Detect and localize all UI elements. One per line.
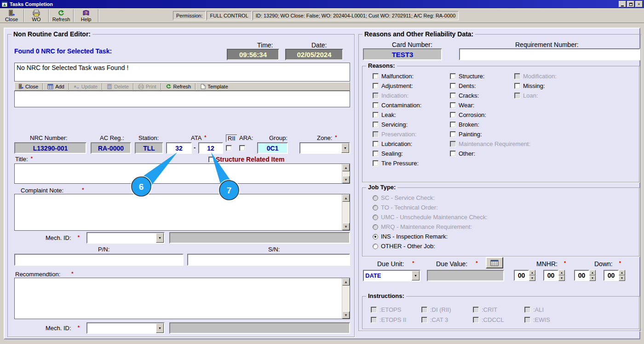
spin-up-icon[interactable]: ▲ <box>529 270 535 275</box>
title-scrollbar[interactable]: ▲ ▼ <box>342 164 350 183</box>
reason-checkbox[interactable] <box>450 112 456 118</box>
job-type-radio-selected[interactable] <box>373 234 378 239</box>
reason-checkbox[interactable] <box>373 122 379 128</box>
scroll-up-icon[interactable]: ▲ <box>342 164 350 171</box>
reason-item: Modification: <box>514 71 557 81</box>
mini-delete-button: Delete <box>104 83 132 90</box>
ata-minor-input[interactable]: 12 <box>198 142 223 154</box>
mech-id-combo[interactable]: ▼ <box>86 232 165 244</box>
spin-up-icon[interactable]: ▲ <box>619 270 625 275</box>
spin-up-icon[interactable]: ▲ <box>558 270 565 275</box>
time-value: 09:56:34 <box>227 49 279 60</box>
requirement-number-input[interactable] <box>459 48 640 60</box>
mini-add-button[interactable]: Add <box>44 83 68 90</box>
nrc-description-box[interactable] <box>14 91 350 107</box>
instruction-item: :EWIS <box>524 315 576 325</box>
pn-input[interactable] <box>14 254 184 266</box>
due-unit-combo[interactable]: DATE ▼ <box>363 270 420 281</box>
zone-combo[interactable]: ▼ <box>299 142 350 154</box>
reason-checkbox[interactable] <box>373 83 379 89</box>
spinner-value[interactable]: 00 <box>574 270 589 281</box>
scroll-down-icon[interactable]: ▼ <box>342 223 350 230</box>
spin-up-icon[interactable]: ▲ <box>589 270 596 275</box>
reason-checkbox[interactable] <box>514 83 520 89</box>
due-unit-combo-arrow[interactable]: ▼ <box>412 271 420 280</box>
reliability-title: Reasons and Other Reliability Data: <box>362 30 475 38</box>
mnhr-minutes-spinner[interactable]: 00 ▲▼ <box>543 270 565 281</box>
recommendation-scrollbar[interactable]: ▲ ▼ <box>342 278 350 319</box>
app-icon <box>1 1 8 7</box>
down-hours-spinner[interactable]: 00 ▲▼ <box>574 270 596 281</box>
title-textarea[interactable]: ▲ ▼ <box>14 163 350 184</box>
mech-id2-combo-arrow[interactable]: ▼ <box>156 323 164 333</box>
reason-checkbox[interactable] <box>450 73 456 79</box>
mini-refresh-button[interactable]: Refresh <box>162 83 195 90</box>
mini-close-button[interactable]: Close <box>15 83 41 90</box>
job-type-radio[interactable] <box>373 244 378 249</box>
reason-checkbox[interactable] <box>373 102 379 108</box>
reason-item: Other: <box>450 149 530 158</box>
ata-major-input[interactable]: 32 <box>166 142 192 154</box>
reason-checkbox[interactable] <box>450 83 456 89</box>
spin-down-icon[interactable]: ▼ <box>589 275 596 281</box>
instruction-checkbox <box>524 317 530 323</box>
scroll-up-icon[interactable]: ▲ <box>342 194 350 202</box>
close-button[interactable]: Close <box>0 9 23 23</box>
down-minutes-spinner[interactable]: 00 ▲▼ <box>604 270 625 281</box>
mnhr-hours-spinner[interactable]: 00 ▲▼ <box>514 270 535 281</box>
mech-id2-combo[interactable]: ▼ <box>86 322 165 334</box>
structure-related-checkbox[interactable] <box>208 157 214 163</box>
zone-combo-arrow[interactable]: ▼ <box>341 143 349 153</box>
ara-checkbox[interactable] <box>239 145 245 151</box>
mini-separator <box>195 83 196 90</box>
scroll-up-icon[interactable]: ▲ <box>342 278 350 286</box>
toolbar-separator <box>48 9 49 22</box>
refresh-button[interactable]: Refresh <box>50 9 73 23</box>
spin-down-icon[interactable]: ▼ <box>619 275 625 281</box>
wo-button[interactable]: WO <box>25 9 48 23</box>
spinner-value[interactable]: 00 <box>543 270 558 281</box>
complaint-scrollbar[interactable]: ▲ ▼ <box>342 194 350 230</box>
reason-checkbox[interactable] <box>450 151 456 157</box>
complaint-textarea[interactable]: ▲ ▼ <box>14 194 350 231</box>
close-window-button[interactable]: × <box>635 1 643 7</box>
reason-checkbox[interactable] <box>450 102 456 108</box>
reason-checkbox[interactable] <box>450 122 456 128</box>
help-button[interactable]: ? Help <box>75 9 98 23</box>
minimize-button[interactable] <box>619 1 626 7</box>
permission-label: Permission: <box>173 11 206 20</box>
mech-id-combo-arrow[interactable]: ▼ <box>156 233 164 243</box>
update-icon: a <box>74 84 80 89</box>
scroll-down-icon[interactable]: ▼ <box>342 311 350 319</box>
reason-checkbox[interactable] <box>373 151 379 157</box>
spinner-value[interactable]: 00 <box>514 270 529 281</box>
scroll-down-icon[interactable]: ▼ <box>342 176 350 183</box>
reason-item: Contamination: <box>373 100 421 110</box>
calendar-button[interactable] <box>486 257 503 268</box>
recommendation-textarea[interactable]: ▲ ▼ <box>14 278 350 319</box>
chevron-down-icon: ▼ <box>344 146 347 150</box>
required-asterisk: * <box>82 187 84 192</box>
nrc-number-label: NRC Number: <box>30 134 68 141</box>
pn-label: P/N: <box>98 246 109 253</box>
spin-down-icon[interactable]: ▼ <box>558 275 565 281</box>
sn-input[interactable] <box>187 254 350 266</box>
instruction-checkbox <box>421 317 427 323</box>
reason-checkbox[interactable] <box>373 112 379 118</box>
restore-button[interactable] <box>627 1 634 7</box>
reason-checkbox[interactable] <box>373 160 379 166</box>
nrc-result-list[interactable]: No NRC for Selected Task was Found ! <box>14 63 350 82</box>
delete-icon <box>107 84 112 89</box>
spinner-value[interactable]: 00 <box>604 270 619 281</box>
mini-template-button[interactable]: Template <box>197 83 231 90</box>
reason-checkbox[interactable] <box>450 131 456 137</box>
instruction-item: :CAT 3 <box>421 315 473 325</box>
rii-checkbox[interactable] <box>226 145 232 151</box>
job-type-title: Job Type: <box>366 184 397 191</box>
spin-down-icon[interactable]: ▼ <box>529 275 535 281</box>
reason-checkbox[interactable] <box>450 93 456 99</box>
reason-item: Adjustment: <box>373 81 421 91</box>
ac-reg-label: AC Reg.: <box>100 134 124 141</box>
reason-checkbox[interactable] <box>373 141 379 147</box>
reason-checkbox[interactable] <box>373 73 379 79</box>
